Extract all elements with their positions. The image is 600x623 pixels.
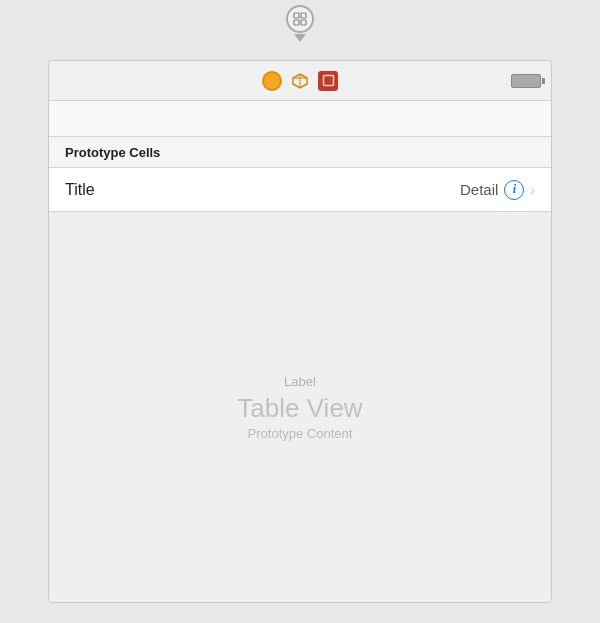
detail-label: Detail xyxy=(460,181,498,198)
battery-icon xyxy=(511,74,541,88)
canvas: Prototype Cells Title Detail i › Label T… xyxy=(0,0,600,623)
chevron-right-icon: › xyxy=(530,182,535,198)
toolbar xyxy=(49,61,551,101)
info-button[interactable]: i xyxy=(504,180,524,200)
table-view-content: Label Table View Prototype Content xyxy=(49,212,551,602)
connector-icon xyxy=(286,5,314,33)
main-card: Prototype Cells Title Detail i › Label T… xyxy=(48,60,552,603)
title-row[interactable]: Title Detail i › xyxy=(49,168,551,212)
placeholder-subtitle: Prototype Content xyxy=(248,426,353,441)
svg-rect-7 xyxy=(323,76,333,86)
title-cell-label: Title xyxy=(65,181,95,199)
connector-arrow-icon xyxy=(294,34,306,42)
cube-icon xyxy=(290,71,310,91)
title-row-right: Detail i › xyxy=(460,180,535,200)
svg-rect-0 xyxy=(294,13,299,18)
orange-circle-icon xyxy=(262,71,282,91)
svg-rect-3 xyxy=(301,20,306,25)
placeholder-label: Label xyxy=(284,374,316,389)
placeholder-title: Table View xyxy=(237,393,362,424)
connector xyxy=(286,5,314,42)
svg-rect-1 xyxy=(301,13,306,18)
prototype-cells-header: Prototype Cells xyxy=(49,137,551,168)
red-storyboard-icon xyxy=(318,71,338,91)
prototype-cells-label: Prototype Cells xyxy=(65,145,160,160)
toolbar-icons xyxy=(262,71,338,91)
nav-bar xyxy=(49,101,551,137)
svg-rect-2 xyxy=(294,20,299,25)
